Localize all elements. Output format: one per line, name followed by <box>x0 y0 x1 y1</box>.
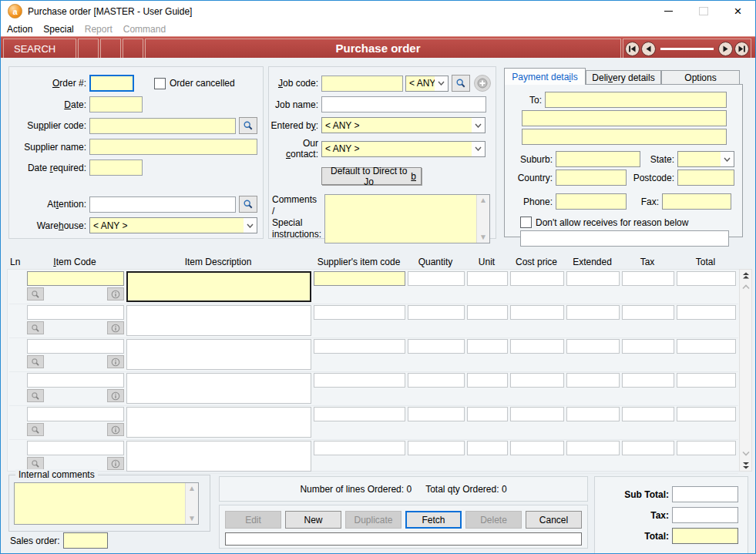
menu-report[interactable]: Report <box>85 24 113 35</box>
cost-price-input[interactable] <box>510 305 564 320</box>
menu-command[interactable]: Command <box>123 24 166 35</box>
next-record-button[interactable] <box>718 42 733 56</box>
item-description-input[interactable] <box>126 305 311 336</box>
tax-input[interactable] <box>622 373 674 388</box>
total-input[interactable] <box>677 339 736 354</box>
quantity-input[interactable] <box>408 407 465 421</box>
item-info-button[interactable] <box>107 457 124 470</box>
duplicate-button[interactable]: Duplicate <box>345 511 402 529</box>
job-name-input[interactable] <box>321 96 486 112</box>
item-info-button[interactable] <box>107 389 124 402</box>
supplier-item-code-input[interactable] <box>314 373 405 388</box>
tax-input[interactable] <box>622 441 674 455</box>
scroll-to-top-button[interactable] <box>740 270 751 281</box>
supplier-item-code-input[interactable] <box>314 441 405 455</box>
unit-input[interactable] <box>467 339 508 354</box>
toolbar-cell-2[interactable] <box>100 39 121 59</box>
cost-price-input[interactable] <box>510 407 564 421</box>
internal-comments-scrollbar[interactable]: ▲ ▼ <box>185 483 198 524</box>
extended-input[interactable] <box>566 407 620 421</box>
total-input[interactable] <box>677 441 736 455</box>
previous-record-button[interactable] <box>641 42 656 56</box>
item-code-input[interactable] <box>27 373 124 388</box>
cost-price-input[interactable] <box>510 373 564 388</box>
extended-input[interactable] <box>566 305 620 320</box>
item-description-input[interactable] <box>126 339 311 370</box>
pay-to-input[interactable] <box>545 92 727 108</box>
supplier-item-code-input[interactable] <box>314 271 405 286</box>
default-to-direct-to-job-button[interactable]: Default to Direct to Job <box>321 167 422 185</box>
menu-action[interactable]: Action <box>7 24 32 35</box>
item-code-input[interactable] <box>27 305 124 320</box>
country-input[interactable] <box>556 170 627 186</box>
fetch-button[interactable]: Fetch <box>405 511 462 529</box>
toolbar-cell-3[interactable] <box>123 39 143 59</box>
attention-search-button[interactable] <box>239 196 257 213</box>
unit-input[interactable] <box>467 407 508 421</box>
item-description-input[interactable] <box>126 441 311 472</box>
supplier-item-code-input[interactable] <box>314 339 405 354</box>
item-description-input[interactable] <box>126 271 311 302</box>
internal-comments-textarea[interactable]: ▲ ▼ <box>14 482 199 525</box>
receive-reason-input[interactable] <box>520 230 729 247</box>
item-info-button[interactable] <box>107 355 124 368</box>
warehouse-select[interactable]: < ANY > <box>89 217 257 233</box>
comments-scrollbar[interactable]: ▲ ▼ <box>476 195 489 243</box>
cost-price-input[interactable] <box>510 339 564 354</box>
item-code-input[interactable] <box>27 407 124 421</box>
dont-allow-receives-checkbox[interactable] <box>520 217 532 228</box>
last-record-button[interactable] <box>734 42 749 56</box>
job-add-button[interactable] <box>474 75 491 92</box>
unit-input[interactable] <box>467 373 508 388</box>
quantity-input[interactable] <box>408 305 465 320</box>
cancel-button[interactable]: Cancel <box>526 511 582 529</box>
total-input[interactable] <box>677 373 736 388</box>
unit-input[interactable] <box>467 305 508 320</box>
item-search-button[interactable] <box>27 321 44 334</box>
job-filter-select[interactable]: < ANY <box>405 76 449 92</box>
scroll-to-bottom-button[interactable] <box>740 459 751 471</box>
tab-payment-details[interactable]: Payment details <box>504 68 586 85</box>
scroll-down-button[interactable] <box>740 448 751 459</box>
job-code-input[interactable] <box>321 76 403 92</box>
extended-input[interactable] <box>566 339 620 354</box>
edit-button[interactable]: Edit <box>225 511 281 529</box>
cost-price-input[interactable] <box>510 271 564 286</box>
sales-order-input[interactable] <box>63 532 108 549</box>
menu-special[interactable]: Special <box>43 24 73 35</box>
item-info-button[interactable] <box>107 287 124 301</box>
supplier-name-input[interactable] <box>89 139 257 155</box>
quantity-input[interactable] <box>408 441 465 455</box>
toolbar-cell-1[interactable] <box>78 39 99 59</box>
date-input[interactable] <box>89 96 143 112</box>
phone-input[interactable] <box>556 193 627 210</box>
cost-price-input[interactable] <box>510 441 564 455</box>
item-description-input[interactable] <box>126 407 311 438</box>
postcode-input[interactable] <box>677 170 734 186</box>
order-cancelled-checkbox[interactable] <box>154 78 166 89</box>
state-select[interactable] <box>677 151 734 167</box>
extended-input[interactable] <box>566 441 620 455</box>
total-input[interactable] <box>677 407 736 421</box>
item-code-input[interactable] <box>27 271 124 286</box>
unit-input[interactable] <box>467 441 508 455</box>
supplier-item-code-input[interactable] <box>314 407 405 421</box>
table-scrollbar[interactable] <box>739 269 752 472</box>
delete-button[interactable]: Delete <box>465 511 522 529</box>
search-button[interactable]: SEARCH <box>3 39 76 59</box>
quantity-input[interactable] <box>408 271 465 286</box>
item-search-button[interactable] <box>27 287 44 301</box>
supplier-code-input[interactable] <box>89 118 236 134</box>
entered-by-select[interactable]: < ANY > <box>321 117 486 133</box>
scroll-up-button[interactable] <box>740 281 751 293</box>
extended-input[interactable] <box>566 373 620 388</box>
item-search-button[interactable] <box>27 389 44 402</box>
first-record-button[interactable] <box>625 42 640 56</box>
maximize-button[interactable] <box>686 2 721 22</box>
unit-input[interactable] <box>467 271 508 286</box>
item-info-button[interactable] <box>107 321 124 334</box>
tax-input[interactable] <box>622 339 674 354</box>
date-required-input[interactable] <box>89 159 143 176</box>
supplier-item-code-input[interactable] <box>314 305 405 320</box>
record-slider[interactable] <box>660 48 714 50</box>
